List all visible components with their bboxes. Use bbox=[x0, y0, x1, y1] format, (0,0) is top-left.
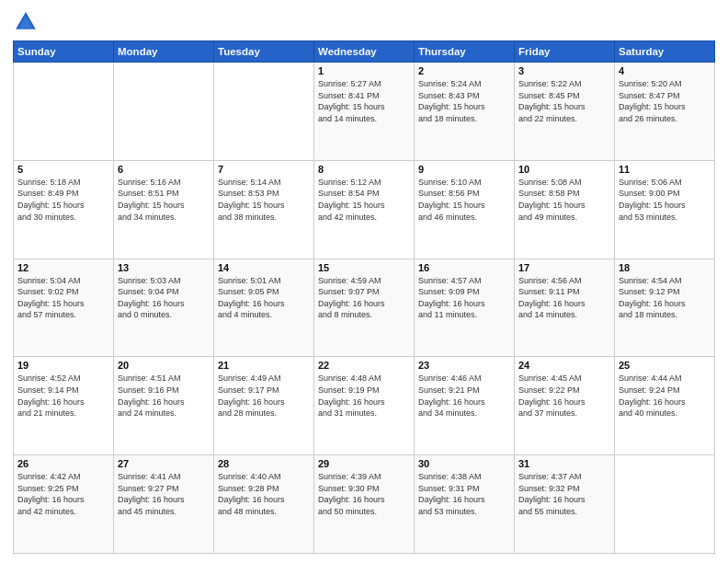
day-cell-26: 26Sunrise: 4:42 AM Sunset: 9:25 PM Dayli… bbox=[14, 455, 114, 554]
day-number: 25 bbox=[619, 360, 711, 371]
day-cell-11: 11Sunrise: 5:06 AM Sunset: 9:00 PM Dayli… bbox=[615, 160, 715, 259]
calendar-body: 1Sunrise: 5:27 AM Sunset: 8:41 PM Daylig… bbox=[14, 63, 715, 554]
day-number: 1 bbox=[318, 65, 410, 76]
day-cell-14: 14Sunrise: 5:01 AM Sunset: 9:05 PM Dayli… bbox=[214, 259, 314, 357]
day-cell-23: 23Sunrise: 4:46 AM Sunset: 9:21 PM Dayli… bbox=[415, 357, 515, 455]
day-number: 12 bbox=[17, 262, 109, 273]
day-info: Sunrise: 4:56 AM Sunset: 9:11 PM Dayligh… bbox=[518, 275, 610, 321]
day-number: 22 bbox=[318, 360, 410, 371]
day-info: Sunrise: 4:42 AM Sunset: 9:25 PM Dayligh… bbox=[17, 471, 109, 517]
day-cell-8: 8Sunrise: 5:12 AM Sunset: 8:54 PM Daylig… bbox=[314, 160, 415, 259]
day-number: 16 bbox=[418, 262, 510, 273]
day-cell-27: 27Sunrise: 4:41 AM Sunset: 9:27 PM Dayli… bbox=[114, 455, 214, 554]
day-cell-17: 17Sunrise: 4:56 AM Sunset: 9:11 PM Dayli… bbox=[515, 259, 615, 357]
day-number: 20 bbox=[118, 360, 210, 371]
day-info: Sunrise: 5:06 AM Sunset: 9:00 PM Dayligh… bbox=[619, 177, 711, 223]
day-info: Sunrise: 4:57 AM Sunset: 9:09 PM Dayligh… bbox=[418, 275, 510, 321]
day-info: Sunrise: 5:20 AM Sunset: 8:47 PM Dayligh… bbox=[619, 78, 711, 124]
calendar-header: SundayMondayTuesdayWednesdayThursdayFrid… bbox=[14, 41, 715, 63]
day-info: Sunrise: 4:45 AM Sunset: 9:22 PM Dayligh… bbox=[518, 373, 610, 419]
day-number: 17 bbox=[518, 262, 610, 273]
day-number: 8 bbox=[318, 164, 410, 175]
day-info: Sunrise: 5:10 AM Sunset: 8:56 PM Dayligh… bbox=[418, 177, 510, 223]
day-number: 19 bbox=[17, 360, 109, 371]
day-info: Sunrise: 4:48 AM Sunset: 9:19 PM Dayligh… bbox=[318, 373, 410, 419]
day-info: Sunrise: 5:12 AM Sunset: 8:54 PM Dayligh… bbox=[318, 177, 410, 223]
day-number: 28 bbox=[218, 458, 310, 469]
day-cell-7: 7Sunrise: 5:14 AM Sunset: 8:53 PM Daylig… bbox=[214, 160, 314, 259]
day-cell-9: 9Sunrise: 5:10 AM Sunset: 8:56 PM Daylig… bbox=[415, 160, 515, 259]
day-cell-20: 20Sunrise: 4:51 AM Sunset: 9:16 PM Dayli… bbox=[114, 357, 214, 455]
week-row-5: 26Sunrise: 4:42 AM Sunset: 9:25 PM Dayli… bbox=[14, 455, 715, 554]
day-cell-22: 22Sunrise: 4:48 AM Sunset: 9:19 PM Dayli… bbox=[314, 357, 415, 455]
day-info: Sunrise: 5:27 AM Sunset: 8:41 PM Dayligh… bbox=[318, 78, 410, 124]
day-number: 29 bbox=[318, 458, 410, 469]
day-cell-29: 29Sunrise: 4:39 AM Sunset: 9:30 PM Dayli… bbox=[314, 455, 415, 554]
day-info: Sunrise: 4:40 AM Sunset: 9:28 PM Dayligh… bbox=[218, 471, 310, 517]
day-number: 13 bbox=[118, 262, 210, 273]
day-number: 2 bbox=[418, 65, 510, 76]
day-number: 11 bbox=[619, 164, 711, 175]
day-cell-21: 21Sunrise: 4:49 AM Sunset: 9:17 PM Dayli… bbox=[214, 357, 314, 455]
day-info: Sunrise: 5:14 AM Sunset: 8:53 PM Dayligh… bbox=[218, 177, 310, 223]
day-info: Sunrise: 4:39 AM Sunset: 9:30 PM Dayligh… bbox=[318, 471, 410, 517]
day-info: Sunrise: 4:51 AM Sunset: 9:16 PM Dayligh… bbox=[118, 373, 210, 419]
day-header-friday: Friday bbox=[515, 41, 615, 63]
day-cell-4: 4Sunrise: 5:20 AM Sunset: 8:47 PM Daylig… bbox=[615, 63, 715, 161]
empty-cell bbox=[214, 63, 314, 161]
day-number: 3 bbox=[518, 65, 610, 76]
day-info: Sunrise: 4:54 AM Sunset: 9:12 PM Dayligh… bbox=[619, 275, 711, 321]
day-info: Sunrise: 4:52 AM Sunset: 9:14 PM Dayligh… bbox=[17, 373, 109, 419]
day-info: Sunrise: 5:03 AM Sunset: 9:04 PM Dayligh… bbox=[118, 275, 210, 321]
day-cell-15: 15Sunrise: 4:59 AM Sunset: 9:07 PM Dayli… bbox=[314, 259, 415, 357]
day-number: 27 bbox=[118, 458, 210, 469]
day-number: 15 bbox=[318, 262, 410, 273]
day-info: Sunrise: 5:08 AM Sunset: 8:58 PM Dayligh… bbox=[518, 177, 610, 223]
day-info: Sunrise: 5:24 AM Sunset: 8:43 PM Dayligh… bbox=[418, 78, 510, 124]
empty-cell bbox=[14, 63, 114, 161]
day-info: Sunrise: 4:41 AM Sunset: 9:27 PM Dayligh… bbox=[118, 471, 210, 517]
empty-cell bbox=[615, 455, 715, 554]
day-cell-1: 1Sunrise: 5:27 AM Sunset: 8:41 PM Daylig… bbox=[314, 63, 415, 161]
day-header-sunday: Sunday bbox=[14, 41, 114, 63]
day-header-tuesday: Tuesday bbox=[214, 41, 314, 63]
week-row-2: 5Sunrise: 5:18 AM Sunset: 8:49 PM Daylig… bbox=[14, 160, 715, 259]
day-info: Sunrise: 5:01 AM Sunset: 9:05 PM Dayligh… bbox=[218, 275, 310, 321]
logo-icon bbox=[13, 9, 39, 35]
day-cell-28: 28Sunrise: 4:40 AM Sunset: 9:28 PM Dayli… bbox=[214, 455, 314, 554]
day-cell-19: 19Sunrise: 4:52 AM Sunset: 9:14 PM Dayli… bbox=[14, 357, 114, 455]
day-header-saturday: Saturday bbox=[615, 41, 715, 63]
day-cell-16: 16Sunrise: 4:57 AM Sunset: 9:09 PM Dayli… bbox=[415, 259, 515, 357]
day-cell-30: 30Sunrise: 4:38 AM Sunset: 9:31 PM Dayli… bbox=[415, 455, 515, 554]
day-number: 21 bbox=[218, 360, 310, 371]
day-number: 7 bbox=[218, 164, 310, 175]
day-number: 10 bbox=[518, 164, 610, 175]
day-number: 4 bbox=[619, 65, 711, 76]
week-row-1: 1Sunrise: 5:27 AM Sunset: 8:41 PM Daylig… bbox=[14, 63, 715, 161]
day-number: 18 bbox=[619, 262, 711, 273]
logo bbox=[13, 9, 42, 35]
day-cell-25: 25Sunrise: 4:44 AM Sunset: 9:24 PM Dayli… bbox=[615, 357, 715, 455]
calendar-page: SundayMondayTuesdayWednesdayThursdayFrid… bbox=[0, 0, 728, 563]
day-cell-13: 13Sunrise: 5:03 AM Sunset: 9:04 PM Dayli… bbox=[114, 259, 214, 357]
day-number: 9 bbox=[418, 164, 510, 175]
day-info: Sunrise: 4:59 AM Sunset: 9:07 PM Dayligh… bbox=[318, 275, 410, 321]
day-info: Sunrise: 5:16 AM Sunset: 8:51 PM Dayligh… bbox=[118, 177, 210, 223]
empty-cell bbox=[114, 63, 214, 161]
day-number: 24 bbox=[518, 360, 610, 371]
day-header-wednesday: Wednesday bbox=[314, 41, 415, 63]
week-row-3: 12Sunrise: 5:04 AM Sunset: 9:02 PM Dayli… bbox=[14, 259, 715, 357]
day-info: Sunrise: 4:38 AM Sunset: 9:31 PM Dayligh… bbox=[418, 471, 510, 517]
header bbox=[13, 9, 715, 35]
day-info: Sunrise: 5:04 AM Sunset: 9:02 PM Dayligh… bbox=[17, 275, 109, 321]
day-info: Sunrise: 5:18 AM Sunset: 8:49 PM Dayligh… bbox=[17, 177, 109, 223]
day-number: 6 bbox=[118, 164, 210, 175]
day-info: Sunrise: 4:49 AM Sunset: 9:17 PM Dayligh… bbox=[218, 373, 310, 419]
calendar-table: SundayMondayTuesdayWednesdayThursdayFrid… bbox=[13, 40, 715, 554]
day-info: Sunrise: 4:37 AM Sunset: 9:32 PM Dayligh… bbox=[518, 471, 610, 517]
day-cell-6: 6Sunrise: 5:16 AM Sunset: 8:51 PM Daylig… bbox=[114, 160, 214, 259]
day-cell-2: 2Sunrise: 5:24 AM Sunset: 8:43 PM Daylig… bbox=[415, 63, 515, 161]
day-number: 23 bbox=[418, 360, 510, 371]
day-header-thursday: Thursday bbox=[415, 41, 515, 63]
day-info: Sunrise: 4:44 AM Sunset: 9:24 PM Dayligh… bbox=[619, 373, 711, 419]
